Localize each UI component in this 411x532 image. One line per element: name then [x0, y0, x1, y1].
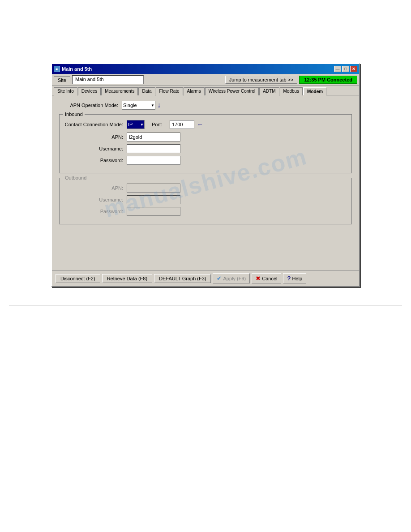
tab-bar: Site Info Devices Measurements Data Flow…: [52, 86, 359, 95]
help-button[interactable]: ? Help: [283, 273, 306, 283]
username-input[interactable]: [127, 144, 180, 153]
apn-mode-select[interactable]: Single Dual: [122, 101, 155, 110]
outbound-username-input: [127, 195, 180, 204]
apn-mode-down-arrow-icon: ↓: [157, 101, 161, 109]
cancel-label: Cancel: [262, 276, 277, 281]
site-name-field: Main and 5th: [72, 75, 144, 84]
toolbar-row: Site Main and 5th Jump to measurement ta…: [52, 74, 359, 86]
bottom-rule: [9, 305, 402, 305]
apn-mode-label: APN Operation Mode:: [59, 103, 122, 108]
page-wrapper: ■ Main and 5th — □ ✕ Site Main and 5th J…: [0, 0, 411, 532]
apn-row: APN:: [64, 133, 347, 142]
password-row: Password:: [64, 156, 347, 165]
outbound-username-label: Username:: [64, 197, 127, 202]
window-title: Main and 5th: [62, 66, 92, 72]
tab-devices[interactable]: Devices: [78, 87, 101, 95]
outbound-password-label: Password:: [64, 209, 127, 214]
outbound-username-row: Username:: [64, 195, 347, 204]
outbound-apn-input: [127, 184, 180, 193]
inbound-group: Inbound Contact Connection Mode: IP Seri…: [59, 114, 352, 173]
contact-conn-mode-label: Contact Connection Mode:: [64, 122, 127, 127]
outbound-password-input: [127, 207, 180, 216]
apn-mode-select-wrapper: Single Dual ▼: [122, 101, 155, 110]
minimize-button[interactable]: —: [334, 66, 341, 72]
apn-mode-row: APN Operation Mode: Single Dual ▼ ↓: [59, 101, 352, 110]
apply-check-icon: ✔: [217, 275, 222, 282]
apn-input[interactable]: [127, 133, 180, 142]
connected-badge: 12:35 PM Connected: [299, 76, 357, 84]
inbound-group-title: Inbound: [63, 112, 85, 117]
apn-label: APN:: [64, 134, 127, 140]
contact-conn-row: Contact Connection Mode: IP Serial ▼ Por…: [64, 120, 347, 129]
apply-button[interactable]: ✔ Apply (F9): [213, 273, 250, 283]
username-label: Username:: [64, 146, 127, 151]
outbound-apn-row: APN:: [64, 184, 347, 193]
title-bar: ■ Main and 5th — □ ✕: [52, 64, 359, 74]
cancel-button[interactable]: ✖ Cancel: [252, 273, 281, 283]
tab-flow-rate[interactable]: Flow Rate: [156, 87, 183, 95]
port-label: Port:: [152, 122, 170, 127]
password-input[interactable]: [127, 156, 180, 165]
help-label: Help: [292, 276, 302, 281]
tab-modbus[interactable]: Modbus: [280, 87, 303, 95]
tab-wireless-power-control[interactable]: Wireless Power Control: [205, 87, 259, 95]
main-window: ■ Main and 5th — □ ✕ Site Main and 5th J…: [51, 63, 360, 287]
disconnect-button[interactable]: Disconnect (F2): [56, 274, 100, 283]
tab-modem[interactable]: Modem: [303, 87, 326, 95]
port-arrow-icon: ←: [197, 121, 203, 128]
ip-select-wrapper: IP Serial ▼: [127, 120, 145, 129]
tab-site-info[interactable]: Site Info: [54, 87, 77, 95]
retrieve-data-button[interactable]: Retrieve Data (F8): [102, 274, 152, 283]
default-graph-button[interactable]: DEFAULT Graph (F3): [154, 274, 211, 283]
cancel-x-icon: ✖: [256, 275, 261, 282]
outbound-group-title: Outbound: [63, 175, 88, 180]
port-input[interactable]: [170, 120, 194, 129]
tab-measurements[interactable]: Measurements: [101, 87, 138, 95]
title-bar-left: ■ Main and 5th: [54, 66, 92, 72]
tab-adtm[interactable]: ADTM: [259, 87, 279, 95]
username-row: Username:: [64, 144, 347, 153]
top-rule: [9, 36, 402, 36]
apply-label: Apply (F9): [223, 276, 246, 281]
close-button[interactable]: ✕: [350, 66, 357, 72]
outbound-apn-label: APN:: [64, 185, 127, 191]
outbound-group: Outbound APN: Username: Password:: [59, 178, 352, 224]
help-question-icon: ?: [287, 275, 291, 282]
password-label: Password:: [64, 158, 127, 163]
maximize-button[interactable]: □: [342, 66, 349, 72]
bottom-toolbar: Disconnect (F2) Retrieve Data (F8) DEFAU…: [52, 270, 359, 286]
content-area: manualshive.com APN Operation Mode: Sing…: [52, 95, 359, 270]
jump-to-measurement-button[interactable]: Jump to measurement tab >>: [225, 76, 298, 84]
tab-alarms[interactable]: Alarms: [184, 87, 205, 95]
window-icon: ■: [54, 66, 60, 72]
tab-data[interactable]: Data: [138, 87, 155, 95]
outbound-password-row: Password:: [64, 207, 347, 216]
title-bar-controls: — □ ✕: [334, 66, 357, 72]
site-tab[interactable]: Site: [54, 76, 70, 84]
contact-conn-mode-select[interactable]: IP Serial: [127, 120, 145, 129]
